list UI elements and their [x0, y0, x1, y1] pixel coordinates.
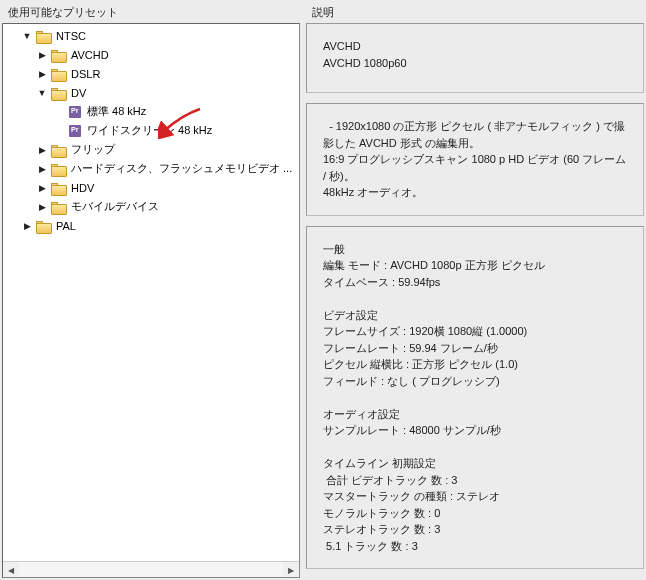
expand-toggle-icon[interactable]	[35, 162, 49, 176]
description-panel: 説明 AVCHD AVCHD 1080p60 - 1920x1080 の正方形 …	[306, 2, 644, 578]
desc-text: 合計 ビデオトラック 数 : 3	[323, 474, 457, 486]
expand-toggle-icon[interactable]	[35, 67, 49, 81]
tree-label: AVCHD	[71, 49, 109, 61]
tree-label: 標準 48 kHz	[87, 104, 146, 119]
tree-item-flip[interactable]: フリップ	[3, 140, 299, 159]
scroll-right-icon[interactable]: ▶	[283, 562, 299, 578]
expand-toggle-icon[interactable]	[35, 181, 49, 195]
folder-icon	[51, 67, 67, 81]
tree-item-pal[interactable]: PAL	[3, 216, 299, 235]
expand-toggle-icon[interactable]	[35, 200, 49, 214]
tree-item-preset-widescreen[interactable]: ワイドスクリーン 48 kHz	[3, 121, 299, 140]
tree-item-preset-standard[interactable]: 標準 48 kHz	[3, 102, 299, 121]
presets-panel-title: 使用可能なプリセット	[2, 2, 300, 23]
folder-icon	[51, 143, 67, 157]
folder-icon	[51, 48, 67, 62]
folder-icon	[51, 181, 67, 195]
tree-label: ワイドスクリーン 48 kHz	[87, 123, 212, 138]
folder-icon	[36, 29, 52, 43]
tree-label: フリップ	[71, 142, 115, 157]
expand-toggle-icon[interactable]	[35, 86, 49, 100]
tree-label: モバイルデバイス	[71, 199, 159, 214]
tree-item-dslr[interactable]: DSLR	[3, 64, 299, 83]
desc-text: ピクセル 縦横比 : 正方形 ピクセル (1.0)	[323, 358, 518, 370]
desc-text: 5.1 トラック 数 : 3	[323, 540, 418, 552]
desc-text: タイムベース : 59.94fps	[323, 276, 440, 288]
tree-item-ntsc[interactable]: NTSC	[3, 26, 299, 45]
folder-icon	[36, 219, 52, 233]
desc-text: 48kHz オーディオ。	[323, 186, 423, 198]
desc-text: フィールド : なし ( プログレッシブ)	[323, 375, 500, 387]
desc-text: サンプルレート : 48000 サンプル/秒	[323, 424, 501, 436]
desc-heading: ビデオ設定	[323, 309, 378, 321]
tree-label: ハードディスク、フラッシュメモリビデオ ...	[71, 161, 292, 176]
preset-icon	[67, 105, 83, 119]
desc-text: マスタートラック の種類 : ステレオ	[323, 490, 500, 502]
scroll-track[interactable]	[19, 562, 283, 577]
desc-text: フレームサイズ : 1920横 1080縦 (1.0000)	[323, 325, 527, 337]
tree-label: DSLR	[71, 68, 100, 80]
tree-item-hdd[interactable]: ハードディスク、フラッシュメモリビデオ ...	[3, 159, 299, 178]
description-panel-title: 説明	[306, 2, 644, 23]
horizontal-scrollbar[interactable]: ◀ ▶	[3, 561, 299, 577]
desc-text: ステレオトラック 数 : 3	[323, 523, 440, 535]
expand-toggle-icon[interactable]	[35, 143, 49, 157]
tree-item-hdv[interactable]: HDV	[3, 178, 299, 197]
preset-icon	[67, 124, 83, 138]
desc-text: フレームレート : 59.94 フレーム/秒	[323, 342, 498, 354]
tree-item-avchd[interactable]: AVCHD	[3, 45, 299, 64]
folder-icon	[51, 86, 67, 100]
expand-toggle-icon[interactable]	[20, 29, 34, 43]
desc-heading: オーディオ設定	[323, 408, 400, 420]
desc-text: モノラルトラック 数 : 0	[323, 507, 440, 519]
description-summary-box: - 1920x1080 の正方形 ピクセル ( 非アナモルフィック ) で撮影し…	[306, 103, 644, 216]
folder-icon	[51, 200, 67, 214]
scroll-left-icon[interactable]: ◀	[3, 562, 19, 578]
tree-label: DV	[71, 87, 86, 99]
tree-item-dv[interactable]: DV	[3, 83, 299, 102]
tree-label: HDV	[71, 182, 94, 194]
desc-text: 16:9 プログレッシブスキャン 1080 p HD ビデオ (60 フレーム …	[323, 153, 629, 182]
desc-text: AVCHD 1080p60	[323, 57, 407, 69]
tree-label: PAL	[56, 220, 76, 232]
expand-toggle-icon[interactable]	[20, 219, 34, 233]
tree-label: NTSC	[56, 30, 86, 42]
desc-text: - 1920x1080 の正方形 ピクセル ( 非アナモルフィック ) で撮影し…	[323, 120, 625, 149]
presets-panel: 使用可能なプリセット NTSC AVCHD DSLR	[2, 2, 300, 578]
preset-tree[interactable]: NTSC AVCHD DSLR DV	[2, 23, 300, 578]
tree-item-mobile[interactable]: モバイルデバイス	[3, 197, 299, 216]
desc-text: 編集 モード : AVCHD 1080p 正方形 ピクセル	[323, 259, 545, 271]
desc-text: AVCHD	[323, 40, 361, 52]
description-header-box: AVCHD AVCHD 1080p60	[306, 23, 644, 93]
expand-toggle-icon[interactable]	[35, 48, 49, 62]
desc-heading: タイムライン 初期設定	[323, 457, 436, 469]
desc-heading: 一般	[323, 243, 345, 255]
description-details-box: 一般 編集 モード : AVCHD 1080p 正方形 ピクセル タイムベース …	[306, 226, 644, 570]
folder-icon	[51, 162, 67, 176]
